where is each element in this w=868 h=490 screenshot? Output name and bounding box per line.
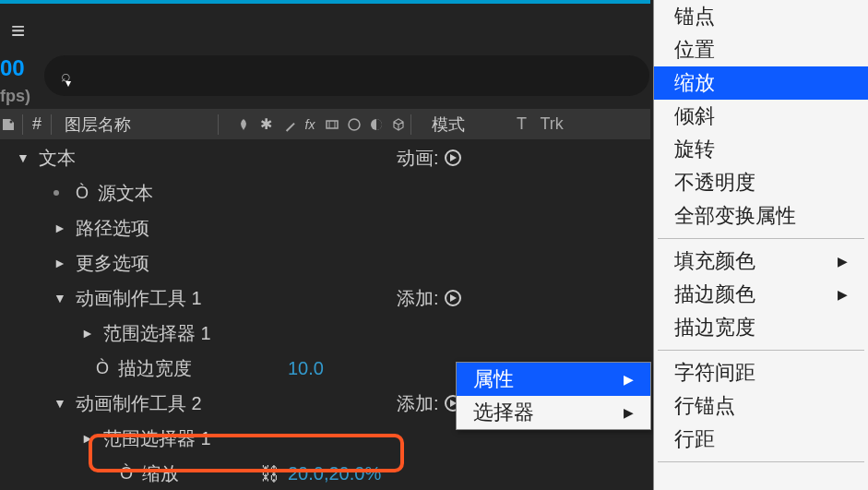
menu-position[interactable]: 位置 xyxy=(654,33,868,66)
submenu-arrow-icon: ▶ xyxy=(624,372,634,387)
svg-rect-1 xyxy=(286,122,295,131)
menu-separator xyxy=(658,461,864,462)
fps-label: fps) xyxy=(0,87,30,105)
search-input[interactable]: ⌕ ▾ xyxy=(44,55,649,96)
stroke-width-label: 描边宽度 xyxy=(118,356,192,381)
add-label: 添加: xyxy=(397,391,439,416)
play-icon xyxy=(445,149,461,166)
menu-fill-color[interactable]: 填充颜色▶ xyxy=(654,245,868,278)
expand-icon[interactable]: ► xyxy=(81,326,94,341)
stopwatch-icon[interactable]: Ò xyxy=(96,359,109,378)
expand-icon[interactable]: ► xyxy=(54,221,66,235)
adjustment-icon[interactable] xyxy=(368,116,385,133)
stopwatch-icon[interactable]: Ò xyxy=(120,464,133,484)
menu-all-transform[interactable]: 全部变换属性 xyxy=(654,199,868,233)
expand-icon[interactable]: ► xyxy=(54,256,66,270)
more-options-label: 更多选项 xyxy=(76,251,149,276)
property-menu[interactable]: 锚点 位置 缩放 倾斜 旋转 不透明度 全部变换属性 填充颜色▶ 描边颜色▶ 描… xyxy=(653,0,868,490)
path-options-label: 路径选项 xyxy=(76,216,149,241)
shy-icon[interactable] xyxy=(235,116,252,133)
stroke-width-value[interactable]: 10.0 xyxy=(288,358,324,379)
scale-row[interactable]: Ò 缩放 ⛓ 20.0,20.0% xyxy=(0,456,650,490)
menu-stroke-color[interactable]: 描边颜色▶ xyxy=(654,278,868,311)
menu-anchor[interactable]: 锚点 xyxy=(654,0,868,33)
dot-icon xyxy=(54,190,59,196)
time-value: 00 xyxy=(0,55,25,80)
fx-icon[interactable]: fx xyxy=(302,116,318,133)
text-group[interactable]: ▼ 文本 动画: xyxy=(0,140,650,175)
layer-panel: ▼ 文本 动画: Ò 源文本 ► 路径选项 ► 更多选项 ▼ 动画制作工具 1 … xyxy=(0,140,650,490)
add-menu[interactable]: 添加: xyxy=(397,391,461,416)
expand-icon[interactable]: ▼ xyxy=(54,291,66,305)
submenu-arrow-icon: ▶ xyxy=(838,287,848,302)
menu-rotation[interactable]: 旋转 xyxy=(654,133,868,166)
svg-rect-2 xyxy=(327,121,338,128)
link-icon[interactable]: ⛓ xyxy=(258,463,280,484)
scale-label: 缩放 xyxy=(142,461,179,486)
expand-icon[interactable]: ► xyxy=(81,431,94,446)
text-label: 文本 xyxy=(39,146,76,171)
menu-opacity[interactable]: 不透明度 xyxy=(654,166,868,199)
menu-separator xyxy=(658,238,864,239)
menu-tracking[interactable]: 字符间距 xyxy=(654,356,868,389)
add-menu[interactable]: 添加: xyxy=(397,286,461,311)
search-cursor: ▾ xyxy=(65,77,71,90)
path-options-row[interactable]: ► 路径选项 xyxy=(0,210,650,245)
menu-stroke-width[interactable]: 描边宽度 xyxy=(654,311,868,344)
timecode[interactable]: 00 fps) xyxy=(0,55,30,107)
animator1-label: 动画制作工具 1 xyxy=(76,286,202,311)
col-hash: # xyxy=(32,114,42,134)
menu-skew[interactable]: 倾斜 xyxy=(654,100,868,133)
column-headers: # 图层名称 ✱ fx 模式 T Trk xyxy=(0,109,650,140)
play-icon xyxy=(445,290,461,306)
frame-blend-icon[interactable] xyxy=(324,116,340,133)
ctx-property-label: 属性 xyxy=(473,365,514,393)
expand-icon[interactable]: ▼ xyxy=(17,150,30,165)
svg-point-0 xyxy=(10,120,13,123)
animator2-label: 动画制作工具 2 xyxy=(76,391,202,416)
more-options-row[interactable]: ► 更多选项 xyxy=(0,245,650,281)
submenu-arrow-icon: ▶ xyxy=(838,254,848,269)
ctx-property[interactable]: 属性 ▶ xyxy=(457,363,650,396)
switch-icons[interactable]: ✱ fx xyxy=(235,116,407,133)
source-text-row[interactable]: Ò 源文本 xyxy=(0,175,650,210)
animator1-row[interactable]: ▼ 动画制作工具 1 添加: xyxy=(0,281,650,316)
range-selector1-label: 范围选择器 1 xyxy=(103,321,211,346)
context-submenu[interactable]: 属性 ▶ 选择器 ▶ xyxy=(456,362,651,430)
animate-menu[interactable]: 动画: xyxy=(397,146,461,171)
range-selector2-label: 范围选择器 1 xyxy=(103,426,211,451)
motion-blur-icon[interactable] xyxy=(346,116,363,133)
source-text-label: 源文本 xyxy=(98,181,153,206)
range-selector1-row[interactable]: ► 范围选择器 1 xyxy=(0,316,650,351)
label-color-icon[interactable] xyxy=(0,116,17,133)
menu-scale[interactable]: 缩放 xyxy=(654,66,868,100)
col-t: T xyxy=(517,114,527,133)
menu-icon[interactable]: ≡ xyxy=(11,17,25,45)
col-mode: 模式 xyxy=(432,114,465,136)
ctx-selector[interactable]: 选择器 ▶ xyxy=(457,396,650,429)
stopwatch-icon[interactable]: Ò xyxy=(76,184,89,203)
add-label: 添加: xyxy=(397,286,439,311)
col-trk: Trk xyxy=(540,114,563,133)
svg-point-5 xyxy=(349,119,360,130)
animate-label: 动画: xyxy=(397,146,439,171)
3d-icon[interactable] xyxy=(390,116,407,133)
wand-icon[interactable] xyxy=(279,116,296,133)
star-icon[interactable]: ✱ xyxy=(257,116,274,133)
menu-line-anchor[interactable]: 行锚点 xyxy=(654,389,868,423)
menu-line-spacing[interactable]: 行距 xyxy=(654,423,868,456)
submenu-arrow-icon: ▶ xyxy=(624,405,634,420)
scale-value[interactable]: 20.0,20.0% xyxy=(288,463,381,484)
ctx-selector-label: 选择器 xyxy=(473,399,534,426)
expand-icon[interactable]: ▼ xyxy=(54,396,66,411)
col-layername: 图层名称 xyxy=(65,114,131,136)
menu-separator xyxy=(658,350,864,351)
